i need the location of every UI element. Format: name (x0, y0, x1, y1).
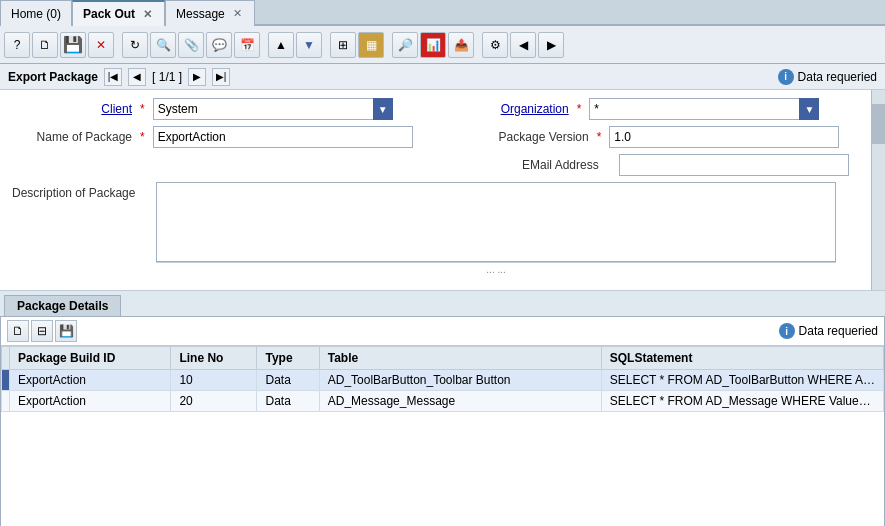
scrollbar-thumb (872, 104, 885, 144)
help-button[interactable]: ? (4, 32, 30, 58)
cell-type: Data (257, 370, 319, 391)
form-icon: ▦ (366, 38, 377, 52)
package-details-tab[interactable]: Package Details (4, 295, 121, 316)
report-button[interactable]: 📊 (420, 32, 446, 58)
forward-icon: ▶ (547, 38, 556, 52)
toolbar-sep-4 (386, 32, 390, 58)
zoom-icon: 🔎 (398, 38, 413, 52)
table-body: ExportAction 10 Data AD_ToolBarButton_To… (2, 370, 884, 412)
name-label: Name of Package (12, 130, 132, 144)
nav-last-button[interactable]: ▶| (212, 68, 230, 86)
cell-build-id: ExportAction (10, 391, 171, 412)
grid-data-required: i Data requeried (779, 323, 878, 339)
email-input[interactable] (619, 154, 849, 176)
save-button[interactable]: 💾 (60, 32, 86, 58)
back-icon: ◀ (519, 38, 528, 52)
table-row[interactable]: ExportAction 10 Data AD_ToolBarButton_To… (2, 370, 884, 391)
new-record-button[interactable]: 🗋 (32, 32, 58, 58)
form-section: Client * System ▼ Organization * * ▼ Nam… (0, 90, 885, 291)
col-sql: SQLStatement (601, 347, 883, 370)
col-build-id: Package Build ID (10, 347, 171, 370)
report-icon: 📊 (426, 38, 441, 52)
version-label: Package Version (489, 130, 589, 144)
cell-table: AD_Message_Message (319, 391, 601, 412)
org-select-wrapper: * ▼ (589, 98, 819, 120)
nav-prev-button[interactable]: ◀ (128, 68, 146, 86)
name-input[interactable] (153, 126, 413, 148)
form-row-email: * EMail Address * (12, 154, 873, 176)
nav-next-button[interactable]: ▶ (188, 68, 206, 86)
settings-button[interactable]: ⚙ (482, 32, 508, 58)
find-button[interactable]: 🔍 (150, 32, 176, 58)
nav-first-button[interactable]: |◀ (104, 68, 122, 86)
description-textarea[interactable] (157, 183, 835, 261)
organization-label[interactable]: Organization (469, 102, 569, 116)
tab-home[interactable]: Home (0) (0, 0, 72, 26)
tab-bar: Home (0) Pack Out ✕ Message ✕ (0, 0, 885, 26)
resize-handle[interactable]: ... ... (156, 262, 836, 276)
toolbar-sep-2 (262, 32, 266, 58)
grid-data-required-text: Data requeried (799, 324, 878, 338)
grid-table-button[interactable]: ⊟ (31, 320, 53, 342)
grid-content: 🗋 ⊟ 💾 i Data requeried (0, 316, 885, 526)
save-icon: 💾 (63, 35, 83, 54)
form-row-client: Client * System ▼ Organization * * ▼ (12, 98, 873, 120)
description-label: Description of Package (12, 182, 135, 200)
org-select[interactable]: * (589, 98, 819, 120)
move-down-button[interactable]: ▼ (296, 32, 322, 58)
grid-icon: ⊞ (338, 38, 348, 52)
cell-line-no: 20 (171, 391, 257, 412)
grid-save-icon: 💾 (59, 324, 74, 338)
toolbar-sep-1 (116, 32, 120, 58)
attach-button[interactable]: 📎 (178, 32, 204, 58)
forward-button[interactable]: ▶ (538, 32, 564, 58)
data-required-text: Data requeried (798, 70, 877, 84)
toolbar-sep-3 (324, 32, 328, 58)
section-label: Export Package (8, 70, 98, 84)
cell-sql: SELECT * FROM AD_Message WHERE Value='or… (601, 391, 883, 412)
info-icon: i (778, 69, 794, 85)
move-up-button[interactable]: ▲ (268, 32, 294, 58)
grid-table-icon: ⊟ (37, 324, 47, 338)
table-row[interactable]: ExportAction 20 Data AD_Message_Message … (2, 391, 884, 412)
tab-packout-close[interactable]: ✕ (141, 8, 154, 21)
zoom-button[interactable]: 🔎 (392, 32, 418, 58)
calendar-button[interactable]: 📅 (234, 32, 260, 58)
cell-type: Data (257, 391, 319, 412)
export-button[interactable]: 📤 (448, 32, 474, 58)
data-required-indicator: i Data requeried (778, 69, 877, 85)
delete-icon: ✕ (96, 38, 106, 52)
tab-message[interactable]: Message ✕ (165, 0, 255, 26)
section-tab-container: Package Details (0, 291, 885, 316)
indicator-header (2, 347, 10, 370)
refresh-icon: ↻ (130, 38, 140, 52)
col-type: Type (257, 347, 319, 370)
row-indicator-empty (2, 391, 10, 412)
tab-message-close[interactable]: ✕ (231, 7, 244, 20)
grid-toolbar: 🗋 ⊟ 💾 i Data requeried (1, 317, 884, 346)
package-details-section: Package Details 🗋 ⊟ 💾 i Data requeried (0, 291, 885, 526)
toolbar-sep-5 (476, 32, 480, 58)
grid-new-button[interactable]: 🗋 (7, 320, 29, 342)
version-input[interactable] (609, 126, 839, 148)
client-select[interactable]: System (153, 98, 393, 120)
tab-packout[interactable]: Pack Out ✕ (72, 0, 165, 26)
grid-info-icon: i (779, 323, 795, 339)
client-label[interactable]: Client (12, 102, 132, 116)
client-select-wrapper: System ▼ (153, 98, 393, 120)
delete-button[interactable]: ✕ (88, 32, 114, 58)
table-scroll[interactable]: Package Build ID Line No Type Table SQLS… (1, 346, 884, 526)
refresh-button[interactable]: ↻ (122, 32, 148, 58)
cell-build-id: ExportAction (10, 370, 171, 391)
form-scrollbar[interactable] (871, 90, 885, 290)
calendar-icon: 📅 (240, 38, 255, 52)
cell-table: AD_ToolBarButton_Toolbar Button (319, 370, 601, 391)
cell-line-no: 10 (171, 370, 257, 391)
nav-bar: Export Package |◀ ◀ [ 1/1 ] ▶ ▶| i Data … (0, 64, 885, 90)
grid-save-button[interactable]: 💾 (55, 320, 77, 342)
form-view-button[interactable]: ▦ (358, 32, 384, 58)
grid-view-button[interactable]: ⊞ (330, 32, 356, 58)
col-line-no: Line No (171, 347, 257, 370)
back-button[interactable]: ◀ (510, 32, 536, 58)
chat-button[interactable]: 💬 (206, 32, 232, 58)
